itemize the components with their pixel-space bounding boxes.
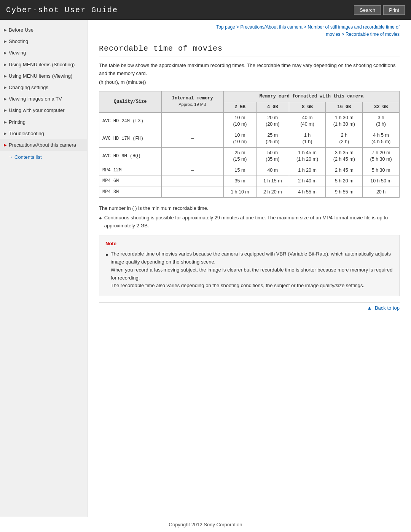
quality-cell: AVC HD 17M (FH) (99, 130, 162, 147)
data-cell: 1 h 30 m(1 h 30 m) (326, 112, 363, 130)
data-cell: 1 h 10 m (224, 187, 256, 198)
sidebar-item-computer[interactable]: ▶ Using with your computer (0, 105, 87, 116)
page-title: Recordable time of movies (99, 44, 400, 56)
data-cell: 20 m(20 m) (256, 112, 289, 130)
sidebar-label: Using with your computer (9, 107, 83, 114)
quality-cell: AVC HD 9M (HQ) (99, 147, 162, 165)
sidebar-label: Viewing (9, 50, 83, 56)
table-row: AVC HD 9M (HQ) – 25 m(15 m) 50 m(35 m) 1… (99, 147, 400, 165)
sidebar-item-viewing-tv[interactable]: ▶ Viewing images on a TV (0, 93, 87, 105)
breadcrumb-sep2: > (304, 24, 307, 30)
data-cell: 5 h 20 m (326, 176, 363, 187)
sidebar-item-viewing[interactable]: ▶ Viewing (0, 47, 87, 59)
main-content: Top page > Precautions/About this camera… (88, 20, 411, 517)
data-cell: 10 m(10 m) (224, 112, 256, 130)
intro-sub: (h (hour), m (minute)) (99, 79, 400, 85)
quality-cell: AVC HD 24M (FX) (99, 112, 162, 130)
sidebar-item-precautions[interactable]: ▶ Precautions/About this camera (0, 139, 87, 151)
arrow-right-icon: → (8, 154, 13, 160)
data-cell: 50 m(35 m) (256, 147, 289, 165)
sidebar: ▶ Before Use ▶ Shooting ▶ Viewing ▶ Usin… (0, 20, 88, 517)
data-cell: 10 h 50 m (363, 176, 400, 187)
sidebar-label: Using MENU items (Shooting) (9, 61, 83, 68)
quality-cell: MP4 12M (99, 165, 162, 176)
contents-list-link[interactable]: → Contents list (0, 151, 87, 163)
copyright: Copyright 2012 Sony Corporation (169, 522, 242, 527)
note-bullet-item: ● The recordable time of movies varies b… (105, 250, 393, 290)
data-cell: 2 h 40 m (289, 176, 326, 187)
search-button[interactable]: Search (354, 5, 381, 15)
breadcrumb-sep1: > (236, 24, 240, 30)
th-quality-size: Quality/Size (99, 91, 162, 112)
sidebar-label: Troubleshooting (9, 130, 83, 137)
sidebar-item-before-use[interactable]: ▶ Before Use (0, 24, 87, 36)
app-title: Cyber-shot User Guide (6, 6, 118, 14)
main-note: The number in ( ) is the minimum recorda… (99, 204, 400, 212)
breadcrumb-precautions[interactable]: Precautions/About this camera (240, 24, 302, 30)
sidebar-item-printing[interactable]: ▶ Printing (0, 117, 87, 128)
data-cell: 9 h 55 m (326, 187, 363, 198)
internal-cell: – (161, 187, 224, 198)
sidebar-item-changing-settings[interactable]: ▶ Changing settings (0, 82, 87, 93)
bullet-icon: ● (99, 214, 102, 222)
data-cell: 15 m (224, 165, 256, 176)
arrow-icon: ▶ (4, 142, 7, 148)
th-32gb: 32 GB (363, 102, 400, 112)
print-button[interactable]: Print (383, 5, 405, 15)
note-title: Note (105, 240, 393, 248)
arrow-icon: ▶ (4, 108, 7, 113)
sidebar-label: Shooting (9, 38, 83, 45)
data-cell: 1 h(1 h) (289, 130, 326, 147)
th-4gb: 4 GB (256, 102, 289, 112)
table-row: MP4 3M – 1 h 10 m 2 h 20 m 4 h 55 m 9 h … (99, 187, 400, 198)
quality-cell: MP4 3M (99, 187, 162, 198)
sidebar-label: Precautions/About this camera (9, 142, 83, 149)
th-internal-memory: Internal memoryApprox. 19 MB (161, 91, 224, 112)
bullet-item: ● Continuous shooting is possible for ap… (99, 214, 400, 230)
data-cell: 40 m (256, 165, 289, 176)
back-to-top-icon: ▲ (367, 305, 372, 311)
quality-cell: MP4 6M (99, 176, 162, 187)
page-wrapper: ▶ Before Use ▶ Shooting ▶ Viewing ▶ Usin… (0, 20, 411, 517)
data-cell: 2 h 45 m (326, 165, 363, 176)
arrow-icon: ▶ (4, 62, 7, 67)
arrow-icon: ▶ (4, 27, 7, 33)
table-row: MP4 12M – 15 m 40 m 1 h 20 m 2 h 45 m 5 … (99, 165, 400, 176)
breadcrumb-top[interactable]: Top page (216, 24, 235, 30)
internal-cell: – (161, 112, 224, 130)
breadcrumb-current[interactable]: Recordable time of movies (346, 32, 400, 37)
footer: Copyright 2012 Sony Corporation (0, 517, 411, 532)
back-to-top-label: Back to top (375, 305, 400, 311)
data-cell: 2 h(2 h) (326, 130, 363, 147)
header: Cyber-shot User Guide Search Print (0, 0, 411, 20)
arrow-icon: ▶ (4, 39, 7, 44)
data-cell: 3 h(3 h) (363, 112, 400, 130)
breadcrumb-number[interactable]: Number of still images and recordable ti… (308, 24, 400, 30)
back-to-top[interactable]: ▲ Back to top (99, 302, 400, 314)
sidebar-item-menu-shooting[interactable]: ▶ Using MENU items (Shooting) (0, 59, 87, 70)
sidebar-item-shooting[interactable]: ▶ Shooting (0, 36, 87, 47)
data-cell: 25 m(25 m) (256, 130, 289, 147)
sidebar-label: Changing settings (9, 84, 83, 91)
breadcrumb-movies[interactable]: movies (326, 32, 340, 37)
table-row: MP4 6M – 35 m 1 h 15 m 2 h 40 m 5 h 20 m… (99, 176, 400, 187)
th-2gb: 2 GB (224, 102, 256, 112)
note-bullet-icon: ● (105, 251, 108, 259)
sidebar-label: Before Use (9, 27, 83, 34)
data-cell: 5 h 30 m (363, 165, 400, 176)
bullet-text: Continuous shooting is possible for appr… (104, 214, 400, 230)
sidebar-item-menu-viewing[interactable]: ▶ Using MENU items (Viewing) (0, 70, 87, 82)
data-cell: 4 h 55 m (289, 187, 326, 198)
internal-cell: – (161, 130, 224, 147)
arrow-icon: ▶ (4, 50, 7, 56)
intro-text: The table below shows the approximate ma… (99, 62, 400, 78)
data-cell: 2 h 20 m (256, 187, 289, 198)
header-buttons: Search Print (354, 5, 405, 15)
data-cell: 1 h 15 m (256, 176, 289, 187)
internal-cell: – (161, 176, 224, 187)
data-cell: 4 h 5 m(4 h 5 m) (363, 130, 400, 147)
contents-link-label: Contents list (14, 154, 42, 160)
sidebar-label: Printing (9, 119, 83, 126)
breadcrumb-sep3: > (342, 32, 346, 37)
sidebar-item-troubleshooting[interactable]: ▶ Troubleshooting (0, 128, 87, 139)
